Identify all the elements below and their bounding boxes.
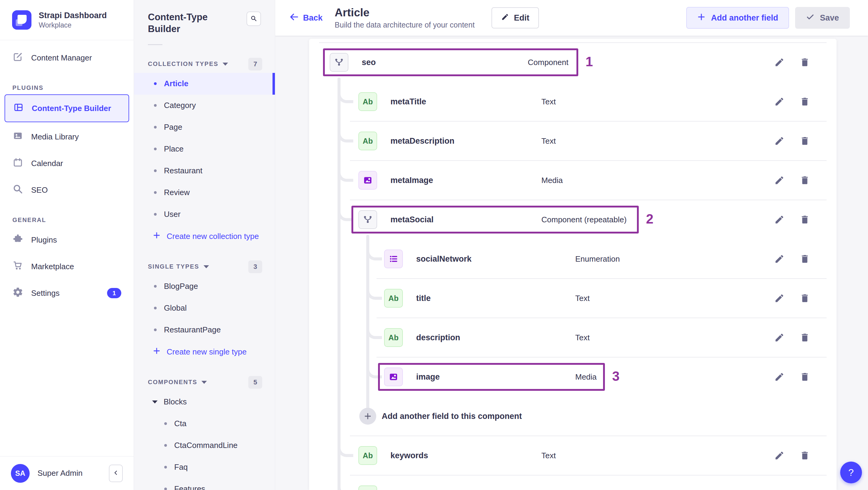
component-ctacommandline[interactable]: CtaCommandLine [134,435,275,456]
picture-icon [12,130,23,143]
single-type-global[interactable]: Global [134,297,275,319]
field-rows: seo Component 1 Ab metaTitle Text Ab met… [309,43,837,490]
add-field-to-component-row: Add another field to this component [309,397,837,436]
edit-field-button[interactable] [774,450,784,461]
collection-types-label: COLLECTION TYPES [148,61,218,67]
collection-type-category[interactable]: Category [134,95,275,117]
calendar-icon [12,157,23,170]
list-item-label: Cta [174,419,186,428]
brand-title: Strapi Dashboard [39,10,107,20]
edit-field-button[interactable] [774,372,784,382]
plus-icon [153,232,161,241]
sidebar-item-label: Plugins [31,235,57,245]
component-group-blocks[interactable]: Blocks [134,391,275,413]
field-row-title: Ab title Text [309,279,837,318]
collection-type-restaurant[interactable]: Restaurant [134,160,275,182]
search-button[interactable] [247,11,261,26]
bullet-icon [154,329,157,331]
list-item-label: BlogPage [164,282,198,291]
page-subtitle: Build the data architecture of your cont… [335,21,475,29]
field-row-metarobots: Ab metaRobots Text [309,475,837,490]
delete-field-button[interactable] [800,372,810,382]
edit-field-button[interactable] [774,293,784,303]
field-row-seo: seo Component 1 [309,43,837,82]
add-another-field-button[interactable]: Add another field [686,7,789,29]
grid-icon [13,102,24,115]
text-badge: Ab [388,294,398,303]
create-single-type-link[interactable]: Create new single type [134,341,275,363]
single-types-header[interactable]: SINGLE TYPES 3 [148,261,262,273]
list-item-label: RestaurantPage [164,325,221,335]
bullet-icon [154,307,157,309]
save-button[interactable]: Save [795,7,850,29]
sidebar-item-calendar[interactable]: Calendar [4,150,129,177]
media-field-icon [384,367,403,386]
edit-field-button[interactable] [774,254,784,264]
delete-field-button[interactable] [800,136,810,146]
brand-header: Strapi Dashboard Workplace [0,0,134,40]
component-faq[interactable]: Faq [134,456,275,478]
text-field-icon: Ab [384,289,403,308]
collection-types-header[interactable]: COLLECTION TYPES 7 [148,58,262,70]
delete-field-button[interactable] [800,214,810,225]
text-badge: Ab [363,451,373,460]
delete-field-button[interactable] [800,175,810,185]
sidebar-item-marketplace[interactable]: Marketplace [4,253,129,280]
edit-field-button[interactable] [774,214,784,225]
list-item-label: Place [164,144,184,154]
collection-type-user[interactable]: User [134,204,275,225]
list-item-label: Review [164,188,190,197]
text-field-icon: Ab [359,92,377,111]
delete-field-button[interactable] [800,96,810,107]
edit-field-button[interactable] [774,57,784,67]
sidebar-item-seo[interactable]: SEO [4,177,129,203]
list-item-label: Restaurant [164,166,202,176]
sidebar-item-plugins[interactable]: Plugins [4,226,129,253]
create-link-label: Create new collection type [167,232,259,241]
edit-field-button[interactable] [774,175,784,185]
field-type: Text [575,333,590,342]
field-name: image [416,372,440,382]
single-type-restaurantpage[interactable]: RestaurantPage [134,319,275,341]
delete-field-button[interactable] [800,450,810,461]
field-type: Text [541,97,556,106]
primary-sidebar: Strapi Dashboard Workplace Content Manag… [0,0,134,490]
primary-nav: Content Manager PLUGINS Content-Type Bui… [0,40,134,306]
component-cta[interactable]: Cta [134,413,275,435]
collapse-sidebar-button[interactable] [109,465,123,482]
edit-label: Edit [514,13,529,23]
delete-field-button[interactable] [800,57,810,67]
create-collection-type-link[interactable]: Create new collection type [134,225,275,248]
sidebar-item-media-library[interactable]: Media Library [4,123,129,150]
delete-field-button[interactable] [800,254,810,264]
delete-field-button[interactable] [800,293,810,303]
field-row-metaimage: metaImage Media [309,161,837,200]
fields-card: seo Component 1 Ab metaTitle Text Ab met… [309,39,837,490]
field-type: Text [541,451,556,460]
field-row-metadescription: Ab metaDescription Text [309,121,837,161]
back-link[interactable]: Back [289,12,323,24]
field-type: Enumeration [575,254,620,264]
edit-button[interactable]: Edit [492,7,539,28]
edit-field-button[interactable] [774,96,784,107]
sidebar-item-content-manager[interactable]: Content Manager [4,44,129,71]
single-type-blogpage[interactable]: BlogPage [134,276,275,297]
text-badge: Ab [388,333,398,342]
collection-type-place[interactable]: Place [134,138,275,160]
avatar[interactable]: SA [11,464,30,483]
sidebar-item-settings[interactable]: Settings 1 [4,280,129,306]
bullet-icon [154,285,157,288]
components-header[interactable]: COMPONENTS 5 [148,376,262,389]
add-field-to-component-label[interactable]: Add another field to this component [382,412,522,421]
help-button[interactable]: ? [840,462,862,483]
sidebar-item-content-type-builder[interactable]: Content-Type Builder [4,94,129,122]
collection-type-article[interactable]: Article [134,73,275,95]
collection-type-page[interactable]: Page [134,117,275,138]
edit-field-button[interactable] [774,332,784,343]
delete-field-button[interactable] [800,332,810,343]
sidebar-item-label: Marketplace [31,262,74,271]
add-field-plus-button[interactable] [359,408,376,425]
collection-type-review[interactable]: Review [134,182,275,204]
edit-field-button[interactable] [774,136,784,146]
component-features[interactable]: Features [134,478,275,490]
